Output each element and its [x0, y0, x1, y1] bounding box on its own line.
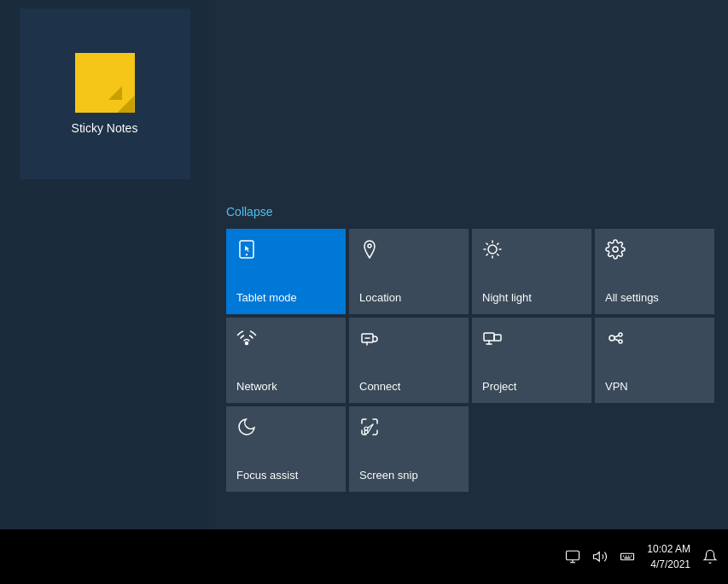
- display-icon[interactable]: [565, 549, 580, 564]
- svg-rect-19: [484, 333, 494, 341]
- tile-screen-snip-label: Screen snip: [359, 469, 418, 482]
- tile-night-light-label: Night light: [482, 291, 532, 304]
- location-icon: [359, 239, 380, 263]
- project-icon: [482, 328, 503, 352]
- taskbar: 10:02 AM 4/7/2021: [0, 529, 728, 584]
- svg-rect-20: [494, 335, 501, 341]
- left-panel: Sticky Notes: [0, 0, 209, 529]
- tile-location-label: Location: [359, 291, 401, 304]
- connect-icon: [359, 328, 380, 352]
- svg-point-23: [609, 336, 614, 341]
- tile-vpn-label: VPN: [605, 380, 628, 393]
- svg-point-29: [364, 430, 368, 434]
- night-light-icon: [482, 239, 503, 263]
- svg-line-12: [498, 243, 498, 244]
- all-settings-icon: [605, 239, 626, 263]
- sticky-notes-tile[interactable]: Sticky Notes: [20, 9, 190, 179]
- tile-location[interactable]: Location: [349, 229, 469, 314]
- tile-connect-label: Connect: [359, 380, 400, 393]
- quick-actions: Collapse Tablet mode Locati: [226, 205, 721, 492]
- tiles-grid: Tablet mode Location: [226, 229, 721, 492]
- network-icon: [236, 328, 257, 352]
- notification-icon[interactable]: [702, 549, 718, 564]
- svg-rect-30: [567, 551, 579, 560]
- tile-all-settings[interactable]: All settings: [595, 229, 714, 314]
- tile-all-settings-label: All settings: [605, 291, 659, 304]
- sticky-notes-label: Sticky Notes: [72, 121, 138, 135]
- svg-rect-34: [621, 553, 634, 560]
- taskbar-date: 4/7/2021: [647, 557, 690, 572]
- tile-project[interactable]: Project: [472, 318, 591, 403]
- tile-connect[interactable]: Connect: [349, 318, 469, 403]
- sticky-notes-icon: [75, 53, 135, 113]
- tile-project-label: Project: [482, 380, 516, 393]
- svg-line-10: [486, 243, 487, 244]
- tile-night-light[interactable]: Night light: [472, 229, 591, 314]
- collapse-button[interactable]: Collapse: [226, 205, 721, 219]
- tile-focus-assist-label: Focus assist: [236, 469, 298, 482]
- svg-point-28: [364, 427, 368, 430]
- svg-marker-33: [594, 552, 600, 562]
- keyboard-icon[interactable]: [620, 549, 635, 564]
- svg-line-26: [614, 336, 619, 337]
- svg-point-15: [246, 342, 248, 345]
- tile-vpn[interactable]: VPN: [595, 318, 714, 403]
- tablet-mode-icon: [236, 239, 257, 263]
- tile-focus-assist[interactable]: Focus assist: [226, 406, 346, 492]
- tile-screen-snip[interactable]: Screen snip: [349, 406, 469, 492]
- tile-network-label: Network: [236, 380, 277, 393]
- tile-network[interactable]: Network: [226, 318, 346, 403]
- taskbar-clock[interactable]: 10:02 AM 4/7/2021: [647, 541, 690, 572]
- svg-line-27: [614, 339, 619, 341]
- focus-assist-icon: [236, 417, 257, 441]
- volume-icon[interactable]: [592, 549, 608, 564]
- tile-tablet-mode-label: Tablet mode: [236, 291, 297, 304]
- svg-point-5: [488, 245, 497, 254]
- svg-line-11: [498, 254, 498, 255]
- svg-point-4: [368, 244, 371, 248]
- svg-point-14: [613, 247, 618, 252]
- screen-snip-icon: [359, 417, 380, 441]
- svg-line-13: [486, 254, 487, 255]
- tile-tablet-mode[interactable]: Tablet mode: [226, 229, 346, 314]
- taskbar-time: 10:02 AM: [647, 541, 690, 557]
- vpn-icon: [605, 328, 626, 352]
